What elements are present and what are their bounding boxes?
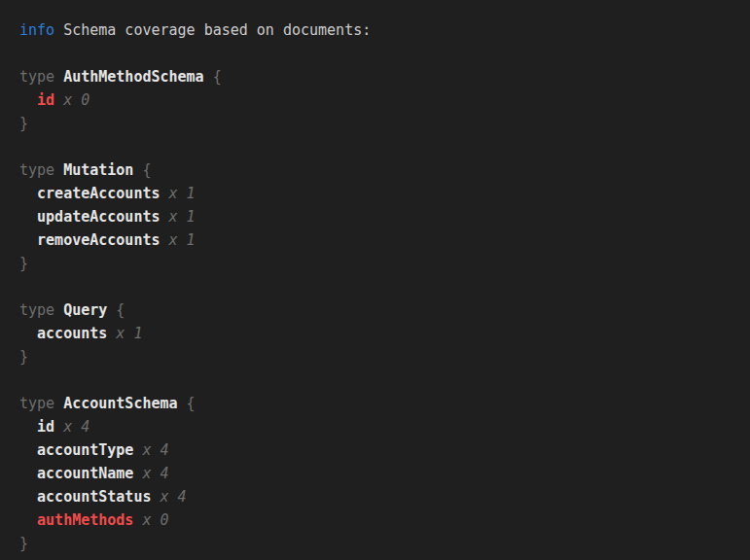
- terminal-token-gray: {: [133, 161, 151, 179]
- terminal-token-count: x 1: [169, 185, 196, 202]
- terminal-token-plain: [19, 185, 37, 202]
- terminal-line: id x 4: [19, 415, 740, 438]
- terminal-token-info: info: [19, 21, 54, 39]
- terminal-token-count: x 4: [142, 441, 168, 459]
- terminal-token-gray: {: [178, 395, 196, 412]
- terminal-token-gray: type: [19, 161, 63, 179]
- terminal-line: type AccountSchema {: [19, 392, 740, 415]
- terminal-token-type: Query: [63, 301, 107, 319]
- terminal-token-count: x 4: [63, 418, 89, 436]
- terminal-line: accountType x 4: [19, 438, 740, 462]
- terminal-output[interactable]: info Schema coverage based on documents:…: [0, 0, 750, 560]
- terminal-token-count: x 1: [169, 231, 196, 249]
- terminal-token-plain: [19, 488, 37, 506]
- terminal-token-plain: [54, 418, 63, 436]
- terminal-token-plain: [161, 208, 169, 226]
- terminal-line: authMethods x 0: [19, 508, 740, 532]
- terminal-token-plain: [19, 441, 37, 459]
- terminal-line: type Query {: [19, 298, 740, 322]
- terminal-token-count: x 0: [142, 511, 168, 529]
- terminal-token-gray: }: [19, 115, 28, 132]
- terminal-token-type: AuthMethodSchema: [63, 68, 204, 86]
- terminal-token-gray: }: [19, 535, 28, 552]
- terminal-line: accountStatus x 4: [19, 485, 740, 508]
- terminal-token-count: x 4: [142, 465, 168, 482]
- terminal-line: [19, 275, 740, 298]
- terminal-line: }: [19, 532, 740, 555]
- terminal-token-count: x 1: [169, 208, 196, 226]
- terminal-token-type: AccountSchema: [63, 395, 177, 412]
- terminal-line: [19, 368, 740, 392]
- terminal-line: removeAccounts x 1: [19, 228, 740, 252]
- terminal-token-gray: }: [19, 255, 28, 272]
- terminal-token-field: accountStatus: [37, 488, 151, 506]
- terminal-token-gray: type: [19, 395, 63, 412]
- terminal-token-gray: {: [204, 68, 222, 86]
- terminal-line: info Schema coverage based on documents:: [19, 18, 740, 42]
- terminal-token-field: accounts: [37, 325, 107, 342]
- terminal-token-plain: [151, 488, 160, 506]
- terminal-line: type Mutation {: [19, 158, 740, 182]
- terminal-token-missing: id: [37, 91, 54, 109]
- terminal-token-plain: [19, 325, 37, 342]
- terminal-line: type AuthMethodSchema {: [19, 65, 740, 88]
- terminal-token-plain: [161, 231, 169, 249]
- terminal-token-field: updateAccounts: [37, 208, 160, 226]
- terminal-token-plain: [161, 185, 169, 202]
- terminal-line: accountName x 4: [19, 462, 740, 485]
- terminal-token-field: id: [37, 418, 54, 436]
- terminal-token-plain: [19, 91, 37, 109]
- terminal-token-plain: Schema coverage based on documents:: [54, 21, 371, 39]
- terminal-token-count: x 4: [161, 488, 187, 506]
- terminal-line: id x 0: [19, 88, 740, 112]
- terminal-token-field: accountType: [37, 441, 133, 459]
- terminal-line: }: [19, 112, 740, 135]
- terminal-line: }: [19, 252, 740, 275]
- terminal-token-plain: [19, 231, 37, 249]
- terminal-token-gray: type: [19, 68, 63, 86]
- terminal-line: accounts x 1: [19, 322, 740, 345]
- terminal-token-field: accountName: [37, 465, 133, 482]
- terminal-token-type: Mutation: [63, 161, 133, 179]
- terminal-line: }: [19, 345, 740, 368]
- terminal-token-field: createAccounts: [37, 185, 160, 202]
- terminal-token-plain: [19, 511, 37, 529]
- terminal-token-plain: [54, 91, 63, 109]
- terminal-token-plain: [19, 465, 37, 482]
- terminal-token-gray: }: [19, 348, 28, 366]
- terminal-token-gray: type: [19, 301, 63, 319]
- terminal-line: [19, 42, 740, 65]
- terminal-token-gray: {: [107, 301, 125, 319]
- terminal-token-count: x 1: [116, 325, 142, 342]
- terminal-token-field: removeAccounts: [37, 231, 160, 249]
- terminal-token-plain: [107, 325, 116, 342]
- terminal-token-plain: [19, 418, 37, 436]
- terminal-line: createAccounts x 1: [19, 182, 740, 205]
- terminal-token-plain: [19, 208, 37, 226]
- terminal-line: [19, 135, 740, 158]
- terminal-token-missing: authMethods: [37, 511, 133, 529]
- terminal-line: updateAccounts x 1: [19, 205, 740, 228]
- terminal-token-count: x 0: [63, 91, 89, 109]
